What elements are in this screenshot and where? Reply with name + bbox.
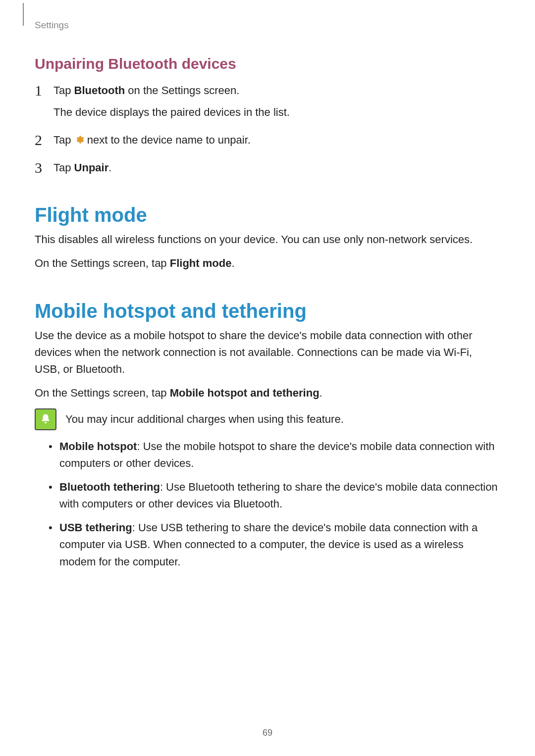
bullet-usb-tethering: USB tethering: Use USB tethering to shar… (49, 519, 500, 570)
step-3: Tap Unpair. (35, 159, 500, 176)
step-1-text-post: on the Settings screen. (125, 84, 239, 97)
gear-icon (74, 135, 84, 145)
hotspot-path-post: . (320, 387, 322, 399)
hotspot-desc: Use the device as a mobile hotspot to sh… (35, 327, 500, 378)
bullet-mobile-hotspot: Mobile hotspot: Use the mobile hotspot t… (49, 438, 500, 472)
heading-hotspot: Mobile hotspot and tethering (35, 300, 500, 322)
hotspot-path: On the Settings screen, tap Mobile hotsp… (35, 385, 500, 402)
bullet-3-bold: USB tethering (59, 521, 132, 534)
flight-path-bold: Flight mode (170, 257, 232, 269)
flight-mode-desc: This disables all wireless functions on … (35, 231, 500, 248)
step-1-bold: Bluetooth (74, 84, 125, 97)
header-vertical-rule (23, 3, 24, 26)
heading-flight-mode: Flight mode (35, 204, 500, 226)
step-3-text-pre: Tap (54, 161, 74, 174)
step-3-bold: Unpair (74, 161, 109, 174)
document-page: Settings Unpairing Bluetooth devices Tap… (0, 0, 535, 570)
flight-path-pre: On the Settings screen, tap (35, 257, 170, 269)
note-callout: You may incur additional charges when us… (35, 408, 500, 430)
step-1-text-pre: Tap (54, 84, 74, 97)
bullet-1-bold: Mobile hotspot (59, 440, 137, 453)
step-1-subtext: The device displays the paired devices i… (54, 104, 500, 121)
bullet-2-bold: Bluetooth tethering (59, 481, 160, 493)
heading-unpairing: Unpairing Bluetooth devices (35, 55, 500, 72)
note-text: You may incur additional charges when us… (65, 411, 344, 427)
step-2-text-post: next to the device name to unpair. (84, 134, 251, 146)
header-section-label: Settings (35, 20, 500, 31)
step-1: Tap Bluetooth on the Settings screen. Th… (35, 82, 500, 121)
unpairing-steps: Tap Bluetooth on the Settings screen. Th… (35, 82, 500, 176)
step-3-text-post: . (108, 161, 111, 174)
bell-icon (35, 408, 56, 430)
hotspot-options: Mobile hotspot: Use the mobile hotspot t… (35, 438, 500, 570)
step-2-text-pre: Tap (54, 134, 74, 146)
step-2: Tap next to the device name to unpair. (35, 132, 500, 149)
hotspot-path-bold: Mobile hotspot and tethering (170, 387, 320, 399)
bullet-bluetooth-tethering: Bluetooth tethering: Use Bluetooth tethe… (49, 479, 500, 512)
flight-path-post: . (231, 257, 234, 269)
hotspot-path-pre: On the Settings screen, tap (35, 387, 170, 399)
flight-mode-path: On the Settings screen, tap Flight mode. (35, 255, 500, 272)
page-number: 69 (0, 728, 535, 738)
